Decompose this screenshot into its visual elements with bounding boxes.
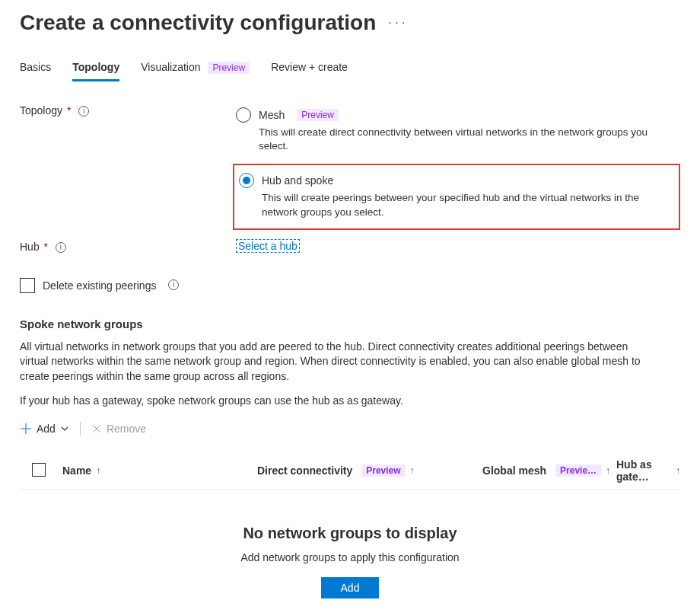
spoke-section-heading: Spoke network groups <box>20 318 680 330</box>
tab-bar: Basics Topology Visualization Preview Re… <box>20 61 680 81</box>
sort-arrow-icon: ↑ <box>676 465 680 476</box>
tab-visualization-label: Visualization <box>141 61 200 73</box>
preview-badge: Previe… <box>555 464 601 477</box>
column-header-direct-connectivity[interactable]: Direct connectivity Preview ↑ <box>257 464 478 477</box>
hub-field-label: Hub * i <box>20 239 233 254</box>
column-header-global-mesh[interactable]: Global mesh Previe… ↑ <box>482 464 612 477</box>
hubspoke-option-title: Hub and spoke <box>262 174 333 187</box>
select-a-hub-link[interactable]: Select a hub <box>236 239 300 253</box>
topology-field-label: Topology * i <box>20 103 233 117</box>
required-star: * <box>44 241 48 253</box>
column-header-name[interactable]: Name ↑ <box>62 464 253 477</box>
add-button[interactable]: Add <box>20 423 69 435</box>
required-star: * <box>67 104 71 116</box>
delete-peerings-label: Delete existing peerings <box>43 279 156 292</box>
preview-badge: Preview <box>208 62 250 74</box>
page-title: Create a connectivity configuration <box>20 11 376 35</box>
more-icon[interactable]: · · · <box>388 17 405 29</box>
tab-topology[interactable]: Topology <box>72 61 119 81</box>
empty-state-title: No network groups to display <box>20 525 680 542</box>
spoke-description-1: All virtual networks in network groups t… <box>20 340 644 385</box>
mesh-option-title: Mesh <box>259 109 285 121</box>
column-name-label: Name <box>62 464 91 477</box>
table-header-row: Name ↑ Direct connectivity Preview ↑ Glo… <box>20 458 680 490</box>
column-direct-label: Direct connectivity <box>257 464 352 477</box>
info-icon[interactable]: i <box>78 106 89 116</box>
empty-state-add-button[interactable]: Add <box>321 577 380 598</box>
tab-visualization[interactable]: Visualization Preview <box>141 61 250 81</box>
close-icon <box>91 423 102 434</box>
radio-hub-and-spoke[interactable] <box>239 173 254 188</box>
sort-arrow-icon: ↑ <box>410 465 415 476</box>
topology-option-hub-and-spoke[interactable]: Hub and spoke This will create peerings … <box>233 164 680 229</box>
sort-arrow-icon: ↑ <box>606 465 610 476</box>
preview-badge: Preview <box>297 109 339 121</box>
empty-state-subtitle: Add network groups to apply this configu… <box>20 551 680 563</box>
select-all-checkbox[interactable] <box>32 463 46 477</box>
info-icon[interactable]: i <box>56 242 66 253</box>
radio-mesh[interactable] <box>236 107 251 123</box>
chevron-down-icon <box>60 424 69 433</box>
toolbar-divider <box>80 422 81 436</box>
remove-button-label: Remove <box>107 423 146 435</box>
spoke-description-2: If your hub has a gateway, spoke network… <box>20 394 644 409</box>
mesh-option-desc: This will create direct connectivity bet… <box>259 126 670 153</box>
topology-label-text: Topology <box>20 104 62 116</box>
hub-label-text: Hub <box>20 241 40 253</box>
info-icon[interactable]: i <box>168 279 179 290</box>
preview-badge: Preview <box>361 464 405 477</box>
sort-arrow-icon: ↑ <box>96 465 100 476</box>
column-hubgw-label: Hub as gate… <box>616 458 671 483</box>
tab-basics[interactable]: Basics <box>20 61 51 81</box>
delete-peerings-checkbox[interactable] <box>20 278 35 293</box>
add-button-label: Add <box>37 423 56 435</box>
hubspoke-option-desc: This will create peerings between your s… <box>262 191 668 219</box>
plus-icon <box>20 423 32 435</box>
topology-option-mesh[interactable]: Mesh Preview This will create direct con… <box>233 103 680 159</box>
tab-review-create[interactable]: Review + create <box>271 61 348 81</box>
remove-button: Remove <box>91 423 146 435</box>
column-header-hub-as-gateway[interactable]: Hub as gate… ↑ <box>616 458 680 483</box>
column-global-label: Global mesh <box>482 464 546 477</box>
